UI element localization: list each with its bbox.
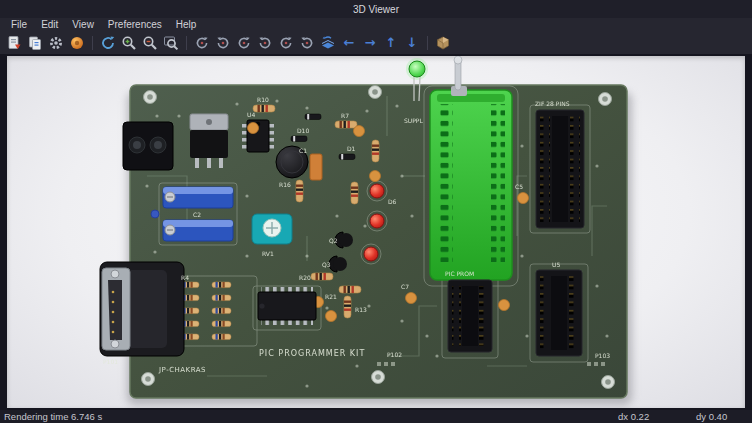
zoom-out-button[interactable]: [140, 33, 160, 53]
rotate-y-ccw-button[interactable]: [255, 33, 275, 53]
svg-text:ZIF 28 PINS: ZIF 28 PINS: [535, 100, 570, 107]
dip-socket-28: [536, 110, 584, 228]
ortho-cube-icon: [435, 35, 451, 51]
menu-help[interactable]: Help: [169, 19, 204, 30]
arrow-down-icon: ↓: [407, 36, 418, 49]
menu-view[interactable]: View: [65, 19, 101, 30]
ceramic-cap-blue: [151, 210, 159, 218]
window-title: 3D Viewer: [353, 4, 399, 15]
rotate-x-ccw-button[interactable]: [213, 33, 233, 53]
toolbar-separator: [427, 36, 428, 50]
arrow-right-icon: →: [365, 36, 376, 49]
trimpot-rv1: [252, 214, 292, 244]
dip-ic: [258, 287, 316, 325]
ortho-view-button[interactable]: [433, 33, 453, 53]
export-image-icon: [6, 35, 22, 51]
svg-text:C7: C7: [401, 283, 409, 290]
3d-viewer-window: 3D Viewer File Edit View Preferences Hel…: [0, 0, 752, 423]
flip-board-icon: [320, 35, 336, 51]
rotate-z-ccw-icon: [299, 35, 315, 51]
menu-bar: File Edit View Preferences Help: [0, 18, 752, 31]
raytracing-button[interactable]: [67, 33, 87, 53]
svg-text:C1: C1: [299, 147, 307, 154]
menu-file[interactable]: File: [4, 19, 34, 30]
rotate-z-ccw-button[interactable]: [297, 33, 317, 53]
move-right-button[interactable]: →: [360, 33, 380, 53]
dip-socket-u5: [536, 270, 582, 356]
svg-text:D1: D1: [347, 145, 356, 152]
trimmer-pot-1: [163, 187, 233, 208]
svg-text:Q2: Q2: [329, 237, 338, 244]
rotate-z-cw-button[interactable]: [276, 33, 296, 53]
svg-text:D10: D10: [297, 127, 309, 134]
rotate-x-cw-icon: [194, 35, 210, 51]
status-bar: Rendering time 6.746 s dx 0.22 dy 0.40: [0, 410, 752, 423]
3d-viewport[interactable]: R10 R7 U4 D10 D1 C1 R16 C2 D6 Q2 Q3 RV1 …: [7, 56, 745, 408]
svg-text:U4: U4: [247, 111, 255, 118]
svg-text:R4: R4: [181, 274, 189, 281]
film-cap-c1: [310, 154, 322, 180]
tool-bar: ← → ↑ ↓: [0, 31, 752, 54]
cursor-dx-value: dx 0.22: [618, 411, 696, 422]
raytracing-icon: [69, 35, 85, 51]
ic-u4: [242, 120, 274, 152]
move-up-button[interactable]: ↑: [381, 33, 401, 53]
svg-text:P101: P101: [103, 358, 118, 365]
svg-text:JP-CHAKRAS: JP-CHAKRAS: [158, 366, 206, 374]
rotate-y-cw-button[interactable]: [234, 33, 254, 53]
dip-socket-mid: [448, 280, 492, 352]
zoom-fit-button[interactable]: [161, 33, 181, 53]
copy-image-button[interactable]: [25, 33, 45, 53]
zoom-in-button[interactable]: [119, 33, 139, 53]
svg-text:Q3: Q3: [322, 261, 331, 268]
rotate-y-ccw-icon: [257, 35, 273, 51]
svg-text:R7: R7: [341, 112, 349, 119]
flip-board-button[interactable]: [318, 33, 338, 53]
svg-text:RV1: RV1: [262, 250, 274, 257]
svg-text:PIC PROGRAMMER KIT: PIC PROGRAMMER KIT: [259, 349, 365, 358]
svg-text:C5: C5: [515, 183, 523, 190]
svg-text:R20: R20: [299, 274, 311, 281]
svg-text:PIC PROM: PIC PROM: [445, 270, 474, 277]
toolbar-separator: [92, 36, 93, 50]
db9-connector: [100, 262, 184, 356]
move-left-button[interactable]: ←: [339, 33, 359, 53]
arrow-up-icon: ↑: [386, 36, 397, 49]
svg-text:SUPPL: SUPPL: [404, 117, 423, 124]
toolbar-separator: [186, 36, 187, 50]
cursor-dy-value: dy 0.40: [696, 411, 748, 422]
svg-text:R16: R16: [279, 181, 291, 188]
terminal-block: [123, 122, 173, 170]
zoom-in-icon: [121, 35, 137, 51]
rotate-x-cw-button[interactable]: [192, 33, 212, 53]
menu-edit[interactable]: Edit: [34, 19, 65, 30]
menu-preferences[interactable]: Preferences: [101, 19, 169, 30]
svg-text:P103: P103: [595, 352, 610, 359]
refresh-icon: [100, 35, 116, 51]
title-bar[interactable]: 3D Viewer: [0, 0, 752, 18]
pcb-render: R10 R7 U4 D10 D1 C1 R16 C2 D6 Q2 Q3 RV1 …: [7, 56, 745, 408]
rotate-x-ccw-icon: [215, 35, 231, 51]
svg-text:R13: R13: [355, 306, 367, 313]
viewport-frame: R10 R7 U4 D10 D1 C1 R16 C2 D6 Q2 Q3 RV1 …: [0, 54, 752, 410]
svg-text:D6: D6: [388, 198, 397, 205]
voltage-regulator: [190, 114, 228, 168]
zoom-fit-icon: [163, 35, 179, 51]
copy-image-icon: [27, 35, 43, 51]
export-image-button[interactable]: [4, 33, 24, 53]
zoom-out-icon: [142, 35, 158, 51]
zif-socket: [430, 56, 512, 280]
rotate-z-cw-icon: [278, 35, 294, 51]
settings-button[interactable]: [46, 33, 66, 53]
svg-text:C2: C2: [193, 211, 201, 218]
rendering-time-text: Rendering time 6.746 s: [4, 411, 102, 422]
arrow-left-icon: ←: [344, 36, 355, 49]
rotate-y-cw-icon: [236, 35, 252, 51]
svg-text:U5: U5: [552, 261, 560, 268]
gear-icon: [48, 35, 64, 51]
svg-text:P102: P102: [387, 351, 402, 358]
move-down-button[interactable]: ↓: [402, 33, 422, 53]
svg-text:R21: R21: [325, 293, 337, 300]
refresh-view-button[interactable]: [98, 33, 118, 53]
trimmer-pot-2: [163, 220, 233, 241]
